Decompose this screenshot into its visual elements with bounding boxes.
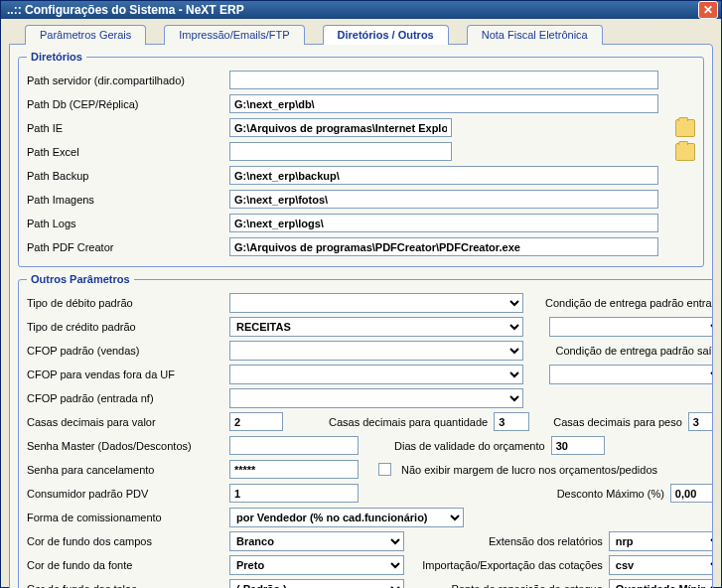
cor-fonte-select[interactable]: Preto — [229, 555, 404, 575]
imp-cot-select[interactable]: csv — [609, 555, 713, 575]
senha-master-label: Senha Master (Dados/Descontos) — [27, 440, 223, 452]
cfop-entrada-select[interactable] — [229, 388, 523, 408]
senha-canc-input[interactable] — [229, 460, 359, 479]
close-button[interactable]: ✕ — [698, 1, 718, 19]
dias-orc-label: Dias de validade do orçamento — [394, 440, 545, 452]
cfop-entrada-label: CFOP padrão (entrada nf) — [27, 392, 223, 404]
cor-telas-select[interactable]: ( Padrão ) — [229, 579, 404, 589]
senha-canc-label: Senha para cancelamento — [27, 464, 223, 476]
comiss-select[interactable]: por Vendedor (% no cad.funcionário) — [229, 508, 464, 527]
path-db-label: Path Db (CEP/Réplica) — [27, 98, 223, 110]
cor-telas-label: Cor de fundo das telas — [27, 583, 223, 589]
cor-campos-select[interactable]: Branco — [229, 531, 404, 551]
dias-orc-input[interactable] — [551, 436, 605, 455]
path-excel-label: Path Excel — [27, 146, 223, 158]
browse-excel-icon[interactable] — [675, 143, 695, 161]
consumidor-input[interactable] — [229, 484, 359, 503]
path-ie-label: Path IE — [27, 122, 223, 134]
nao-margem-label: Não exibir margem de lucro nos orçamento… — [401, 464, 657, 476]
cor-fonte-label: Cor de fundo da fonte — [27, 559, 223, 571]
senha-master-input[interactable] — [229, 436, 359, 455]
repos-select[interactable]: Quantidade Mínima — [609, 579, 713, 589]
dec-peso-label: Casas decimais para peso — [553, 416, 682, 428]
path-img-label: Path Imagens — [27, 194, 223, 206]
group-diretorios: Diretórios Path servidor (dir.compartilh… — [18, 51, 704, 267]
cond-entrega-saida-select[interactable] — [549, 365, 713, 384]
path-db-input[interactable] — [229, 94, 658, 113]
client-area: Parâmetros Gerais Impressão/Emails/FTP D… — [1, 19, 721, 588]
tab-nfe[interactable]: Nota Fiscal Eletrônica — [467, 25, 603, 45]
cfop-vendas-select[interactable] — [229, 341, 523, 361]
ext-rel-select[interactable]: nrp — [609, 531, 713, 551]
dec-val-label: Casas decimais para valor — [27, 416, 223, 428]
cfop-fora-select[interactable] — [229, 365, 523, 384]
path-ie-input[interactable] — [229, 118, 452, 137]
comiss-label: Forma de comissionamento — [27, 512, 223, 523]
cor-campos-label: Cor de fundo dos campos — [27, 535, 223, 547]
tipo-credito-label: Tipo de crédito padrão — [27, 321, 223, 333]
group-diretorios-legend: Diretórios — [27, 51, 86, 63]
browse-ie-icon[interactable] — [675, 119, 695, 137]
path-logs-label: Path Logs — [27, 218, 223, 229]
ext-rel-label: Extensão dos relatórios — [489, 535, 603, 547]
group-outros-legend: Outros Parâmetros — [27, 273, 134, 285]
group-outros: Outros Parâmetros Tipo de débito padrão … — [18, 273, 713, 588]
dec-val-input[interactable] — [229, 412, 283, 431]
tipo-debito-select[interactable] — [229, 293, 523, 313]
nao-margem-checkbox[interactable] — [378, 463, 391, 476]
repos-label: Ponto de reposição de estoque — [452, 583, 603, 589]
path-excel-input[interactable] — [229, 142, 452, 161]
tab-dirs[interactable]: Diretórios / Outros — [323, 25, 449, 45]
cfop-fora-label: CFOP para vendas fora da UF — [27, 368, 223, 380]
path-logs-input[interactable] — [229, 214, 658, 232]
window-title: ..:: Configurações do Sistema - NeXT ERP — [7, 3, 244, 17]
tipo-credito-select[interactable]: RECEITAS — [229, 317, 523, 337]
consumidor-label: Consumidor padrão PDV — [27, 488, 223, 500]
tab-print[interactable]: Impressão/Emails/FTP — [164, 25, 304, 45]
path-pdf-label: Path PDF Creator — [27, 241, 223, 253]
path-img-input[interactable] — [229, 190, 658, 209]
cond-entrega-saida-label: Condição de entrega padrão saída — [529, 345, 713, 357]
cfop-vendas-label: CFOP padrão (vendas) — [27, 345, 223, 357]
path-backup-label: Path Backup — [27, 170, 223, 182]
cond-entrega-entrada-label: Condição de entrega padrão entrada — [529, 297, 713, 309]
dec-qtd-label: Casas decimais para quantidade — [329, 416, 488, 428]
tab-body: Diretórios Path servidor (dir.compartilh… — [9, 44, 713, 588]
path-backup-input[interactable] — [229, 166, 658, 185]
cond-entrega-entrada-select[interactable] — [549, 317, 713, 337]
path-pdf-input[interactable] — [229, 237, 658, 256]
path-server-label: Path servidor (dir.compartilhado) — [27, 74, 223, 86]
tipo-debito-label: Tipo de débito padrão — [27, 297, 223, 309]
dec-peso-input[interactable] — [688, 412, 713, 431]
titlebar: ..:: Configurações do Sistema - NeXT ERP… — [1, 1, 721, 19]
desc-max-label: Desconto Máximo (%) — [557, 488, 664, 500]
tabstrip: Parâmetros Gerais Impressão/Emails/FTP D… — [9, 25, 713, 45]
tab-general[interactable]: Parâmetros Gerais — [25, 25, 146, 45]
window: ..:: Configurações do Sistema - NeXT ERP… — [0, 0, 722, 588]
imp-cot-label: Importação/Exportação das cotações — [422, 559, 603, 571]
desc-max-input[interactable] — [670, 484, 713, 503]
path-server-input[interactable] — [229, 71, 658, 89]
dec-qtd-input[interactable] — [494, 412, 529, 431]
